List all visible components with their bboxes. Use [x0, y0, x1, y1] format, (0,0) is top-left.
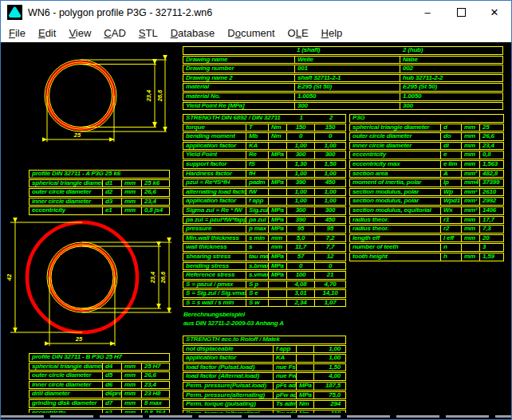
table-cell: inner circle diameter — [30, 382, 103, 389]
table-cell: MPa — [269, 272, 287, 279]
table-row: radius theor.r2mm7,3 — [349, 225, 504, 234]
table-cell: tooth height — [350, 253, 441, 261]
taskbar-edge — [1, 415, 512, 418]
dim-label-outer-diameter: 26,6 — [156, 89, 163, 102]
table-header-row: P3G — [349, 114, 504, 123]
menu-help[interactable]: Help — [315, 26, 349, 41]
table-row: Drawing number001002 — [183, 65, 503, 73]
table-title: STRENGTH acc.to Roloff / Matek — [186, 336, 280, 343]
table-cell: mm³ — [462, 207, 480, 214]
table-cell: Nm — [269, 124, 287, 131]
menu-ole[interactable]: OLE — [282, 26, 315, 41]
table-header-row: 1 (shaft) 2 (hub) — [183, 46, 503, 55]
table-cell: 3 — [480, 244, 503, 251]
table-cell: 1,30 — [287, 161, 315, 168]
table-cell: 300 — [287, 151, 315, 159]
table-cell: 0,8 — [480, 151, 503, 159]
table-cell: 14,10 — [315, 290, 345, 297]
table-cell: f app — [246, 198, 269, 205]
menu-file[interactable]: File — [2, 26, 32, 41]
strength-din-table: STRENGTH DIN 6892 / DIN 32711 1 2 torque… — [183, 114, 346, 308]
menu-database[interactable]: Database — [164, 26, 222, 41]
table-cell: 1,00 — [287, 198, 315, 205]
table-cell: KA — [246, 143, 269, 150]
table-cell — [297, 346, 314, 353]
menu-cad[interactable]: CAD — [97, 26, 132, 41]
table-cell: Reference stress — [183, 272, 246, 279]
table-cell: spherical triangle diameter — [30, 363, 103, 371]
table-cell: Min.wall thickness — [183, 235, 246, 242]
table-cell: do — [441, 133, 462, 140]
table-cell: 450 — [315, 179, 345, 186]
table-cell: mm — [122, 382, 142, 389]
shaft-hub-info-table: 1 (shaft) 2 (hub) Drawing nameWelleNabeD… — [183, 46, 503, 111]
close-button[interactable]: ✕ — [478, 1, 511, 24]
table-cell: 300 — [295, 103, 400, 110]
table-cell: 150 — [315, 124, 345, 131]
menu-edit[interactable]: Edit — [32, 26, 62, 41]
table-cell: 7,2 — [315, 235, 345, 242]
table-cell: mm³ — [462, 189, 480, 196]
table-cell: material — [183, 84, 295, 91]
table-cell: mm — [462, 124, 480, 131]
table-cell: pa zul = pzul*fW*fapp — [183, 217, 246, 224]
table-cell: Sigma zul = Re * fW — [183, 207, 246, 214]
table-cell: 75,0 — [314, 392, 345, 399]
table-title: profile DIN 32711 - B P3G 25 H7 — [32, 354, 122, 361]
table-cell: 3,01 — [287, 290, 315, 297]
table-cell: wall thickness — [183, 244, 246, 251]
table-cell: inner circle diameter — [30, 198, 103, 206]
table-header-row: STRENGTH DIN 6892 / DIN 32711 1 2 — [183, 114, 346, 123]
table-cell: mm — [122, 207, 142, 214]
table-cell: Perm. pressure(Pulsat.load) — [183, 383, 274, 390]
maximize-button[interactable] — [444, 1, 478, 24]
table-cell: length eff — [350, 235, 441, 242]
table-row: not displaceablef app1,00 — [183, 345, 346, 354]
table-cell: torque — [183, 124, 246, 131]
menu-view[interactable]: View — [62, 26, 97, 41]
p3g-parameters-table: P3G spherical triangle diameterdmm25oute… — [349, 114, 504, 262]
menu-stl[interactable]: STL — [132, 26, 164, 41]
table-row: S = pazul / pmaxS p4,084,70 — [183, 281, 346, 289]
table-cell: fS — [246, 161, 269, 168]
profile-b-table: profile DIN 32711 - B P3G 25 H7 spherica… — [29, 353, 170, 418]
table-cell: 4,00 — [314, 373, 345, 380]
table-cell: Drawing name 2 — [183, 75, 295, 82]
table-cell: 95 — [315, 226, 345, 233]
minimize-icon: – — [424, 6, 430, 18]
column-header-hub: 2 (hub) — [403, 47, 423, 54]
table-cell: d2 — [103, 189, 122, 196]
title-bar[interactable]: WN6 - polygon profile P3G - 32711-2.wn6 … — [1, 1, 511, 24]
minimize-button[interactable]: – — [411, 1, 444, 24]
table-cell: T — [246, 124, 269, 131]
table-cell: 2992 — [480, 198, 503, 205]
table-cell: 95 — [287, 226, 315, 233]
column-header-2: 2 — [317, 115, 345, 122]
table-cell: 0,8 js4 — [142, 207, 169, 214]
dim-label-outside-diameter: 42 — [6, 273, 13, 281]
table-title: P3G — [352, 115, 364, 122]
table-cell: 1,07 — [315, 300, 345, 307]
table-cell: Mb — [246, 133, 269, 140]
app-window: WN6 - polygon profile P3G - 32711-2.wn6 … — [0, 0, 512, 420]
table-cell: d6pre — [103, 391, 122, 398]
table-cell: Drawing name — [183, 57, 295, 64]
table-row: load factor (Pulsat.load)nue Fs1,50 — [183, 363, 346, 372]
table-cell: outer circle diameter — [350, 133, 441, 140]
menu-document[interactable]: Document — [221, 26, 281, 41]
table-cell: MPa — [269, 207, 287, 214]
table-row: S = s wall / s minS w2,341,07 — [183, 299, 346, 308]
table-cell: 300 — [315, 207, 345, 214]
table-cell: shaft 32711-2-1 — [295, 75, 400, 82]
table-cell: application factor — [183, 143, 246, 150]
shaft-profile-drawing: 23,4 26,6 25 — [23, 47, 183, 147]
table-cell: d5 — [103, 372, 122, 379]
table-cell: pzul = Re*fS*fH — [183, 179, 246, 186]
table-row: Yield Point Re [MPa] 300 300 — [183, 102, 503, 111]
table-cell — [269, 290, 287, 297]
table-cell: mm — [462, 253, 480, 261]
table-cell: 1,00 — [315, 171, 345, 178]
table-cell: 12 — [315, 253, 345, 261]
table-cell: 1,00 — [315, 189, 345, 196]
table-cell: load factor (Alternat.load) — [183, 373, 274, 380]
